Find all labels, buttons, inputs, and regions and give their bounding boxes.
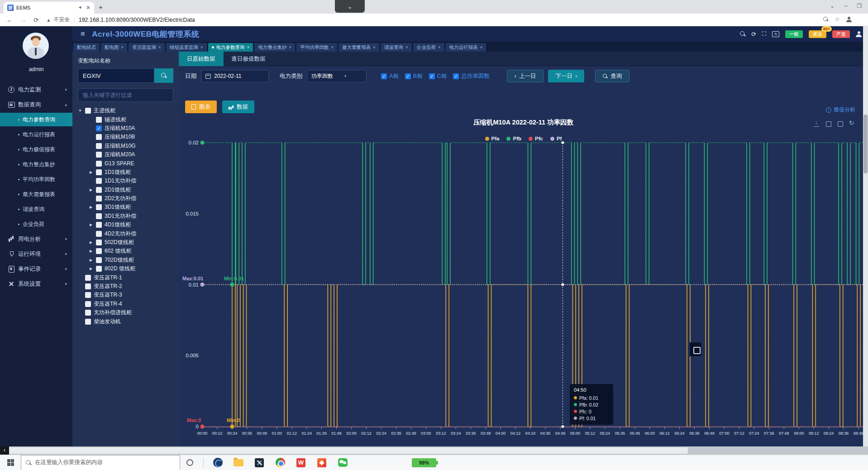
phase-checkbox-1[interactable]: ✓B相 — [405, 72, 423, 80]
hamburger-menu-icon[interactable]: ≡ — [81, 30, 85, 38]
header-refresh-icon[interactable]: ⟳ — [751, 31, 756, 38]
alarm-button-0[interactable]: 一般 — [785, 30, 803, 38]
bookmark-star-icon[interactable]: ☆ — [835, 16, 840, 23]
tab-close-icon[interactable]: × — [438, 45, 441, 50]
top-tab-6[interactable]: 平均功率因数× — [296, 43, 337, 52]
tree-node-label[interactable]: 变压器TR-2 — [94, 283, 122, 290]
tree-checkbox[interactable] — [96, 178, 102, 184]
url-text[interactable]: 192.168.1.100:8090/3000WEBV2/ElectricDat… — [79, 17, 195, 23]
tree-checkbox[interactable] — [96, 222, 102, 228]
sidebar-subitem-2[interactable]: 电力极值报表 — [0, 143, 72, 156]
expander-icon[interactable]: ▶ — [89, 267, 93, 271]
tree-node-label[interactable]: 压缩机M10B — [105, 133, 135, 141]
date-input[interactable]: 2022-02-11 — [201, 70, 269, 82]
legend-item-Pfc[interactable]: Pfc — [529, 136, 543, 141]
tab-close-icon[interactable]: × — [289, 45, 291, 50]
tree-checkbox[interactable] — [96, 248, 102, 254]
cortana-icon[interactable] — [186, 459, 193, 466]
tree-checkbox[interactable] — [96, 266, 102, 272]
tree-checkbox[interactable] — [96, 117, 102, 123]
expander-icon[interactable]: ▶ — [89, 223, 93, 227]
station-search-input[interactable]: EGXIV — [78, 68, 154, 83]
battery-widget[interactable]: 99% — [412, 458, 436, 467]
tree-node[interactable]: ✓压缩机M10A — [78, 124, 173, 133]
tree-node[interactable]: ▶802D 馈线柜 — [78, 264, 173, 273]
data-view-icon[interactable] — [825, 120, 832, 127]
sidebar-subitem-6[interactable]: 谐波查询 — [0, 202, 72, 216]
tree-filter-input[interactable]: 输入关键字进行过滤 — [78, 88, 173, 102]
sidebar-subitem-4[interactable]: 平均功率因数 — [0, 173, 72, 186]
tree-checkbox[interactable] — [96, 169, 102, 175]
tab-close-icon[interactable]: × — [405, 45, 408, 50]
top-tab-0[interactable]: 配电状态 — [73, 43, 100, 52]
checkbox-icon[interactable]: ✓ — [429, 73, 435, 79]
tree-checkbox[interactable] — [85, 319, 91, 325]
tree-node[interactable]: 1D1无功补偿 — [78, 177, 173, 185]
expander-icon[interactable]: ▶ — [89, 205, 93, 209]
tree-checkbox[interactable] — [96, 204, 102, 210]
expander-icon[interactable]: ▼ — [78, 109, 82, 113]
sidebar-item-0[interactable]: 电力监测▾ — [0, 83, 72, 96]
checkbox-icon[interactable]: ✓ — [381, 73, 387, 79]
tree-checkbox[interactable] — [96, 240, 102, 245]
tree-checkbox[interactable] — [96, 196, 102, 201]
tree-checkbox[interactable] — [96, 213, 102, 219]
tree-node[interactable]: 变压器TR-3 — [78, 291, 173, 299]
taskbar-app-wps[interactable]: W — [291, 455, 311, 470]
restore-icon[interactable] — [849, 120, 855, 127]
sidebar-subitem-5[interactable]: 最大需量报表 — [0, 187, 72, 201]
top-tab-5[interactable]: 电力整点集抄× — [254, 43, 295, 52]
tree-node[interactable]: ▶602 馈线柜 — [78, 247, 173, 255]
alarm-button-2[interactable]: 严重 — [832, 30, 850, 38]
prev-day-button[interactable]: ‹ 上一日 — [507, 70, 544, 82]
reload-button[interactable]: ⟳ — [33, 16, 39, 24]
tree-node[interactable]: 压缩机M20A — [78, 150, 173, 159]
taskbar-app-clock[interactable] — [207, 455, 228, 470]
tree-node-label[interactable]: 802D 馈线柜 — [105, 265, 135, 273]
tree-checkbox[interactable] — [85, 301, 91, 307]
phase-checkbox-0[interactable]: ✓A相 — [381, 72, 399, 80]
taskbar-app-file-explorer[interactable] — [228, 455, 249, 470]
new-tab-button[interactable]: + — [99, 3, 103, 11]
tree-node[interactable]: ▶502D馈线柜 — [78, 238, 173, 247]
legend-item-Pfb[interactable]: Pfb — [506, 136, 521, 141]
top-tab-8[interactable]: 谐波查询× — [381, 43, 412, 52]
tree-node[interactable]: 柴油发动机 — [78, 317, 173, 326]
tree-node-label[interactable]: 3D1馈线柜 — [105, 203, 131, 211]
tree-node[interactable]: ▶1D1馈线柜 — [78, 168, 173, 177]
tree-node[interactable]: 4D2无功补偿 — [78, 229, 173, 238]
tree-node-label[interactable]: 1D1无功补偿 — [105, 177, 136, 185]
tree-node[interactable]: ▶702D馈线柜 — [78, 256, 173, 264]
tree-node[interactable]: 无功补偿进线柜 — [78, 308, 173, 317]
top-tab-4[interactable]: 电力参数查询× — [208, 43, 253, 52]
zoom-icon[interactable] — [823, 17, 828, 22]
content-tab-0[interactable]: 日原始数据 — [179, 52, 224, 66]
tree-node-label[interactable]: 变压器TR-3 — [94, 291, 122, 299]
language-translate-icon[interactable]: A — [772, 31, 779, 37]
tree-node[interactable]: 压缩机M10B — [78, 133, 173, 141]
window-maximize-button[interactable]: ❐ — [857, 3, 862, 9]
tree-node-label[interactable]: 变压器TR-1 — [94, 274, 122, 282]
taskbar-app-wechat[interactable] — [332, 455, 353, 470]
expander-icon[interactable]: ▶ — [89, 249, 93, 253]
window-minimize-button[interactable]: ─ — [844, 3, 848, 9]
tree-node-label[interactable]: 1D1馈线柜 — [105, 168, 131, 176]
screen-recorder-dropdown[interactable]: ⌄ — [335, 0, 365, 13]
top-tab-7[interactable]: 最大需量报表× — [339, 43, 379, 52]
vertical-scrollbar[interactable] — [863, 26, 868, 446]
sidebar-item-1[interactable]: 数据查询▴ — [0, 98, 72, 111]
tab-close-icon[interactable]: × — [158, 45, 161, 50]
tree-node-label[interactable]: 柴油发动机 — [94, 318, 121, 326]
tree-node-label[interactable]: 2D1馈线柜 — [105, 186, 131, 194]
tree-node-label[interactable]: 变压器TR-4 — [94, 300, 122, 308]
tab-close-icon[interactable]: × — [121, 45, 124, 50]
browser-tab[interactable]: EEMS ✕ — [4, 2, 94, 14]
tree-node[interactable]: 压缩机M10G — [78, 142, 173, 150]
download-image-icon[interactable] — [814, 120, 820, 127]
sidebar-item-5[interactable]: 系统设置▾ — [0, 277, 72, 291]
category-select[interactable]: 功率因数 ▾ — [307, 70, 367, 82]
phase-checkbox-3[interactable]: ✓总功率因数 — [453, 72, 490, 80]
tab-close-icon[interactable]: ✕ — [86, 5, 91, 10]
tree-node-label[interactable]: 压缩机M20A — [105, 151, 135, 158]
tree-node-label[interactable]: 压缩机M10G — [105, 142, 136, 150]
